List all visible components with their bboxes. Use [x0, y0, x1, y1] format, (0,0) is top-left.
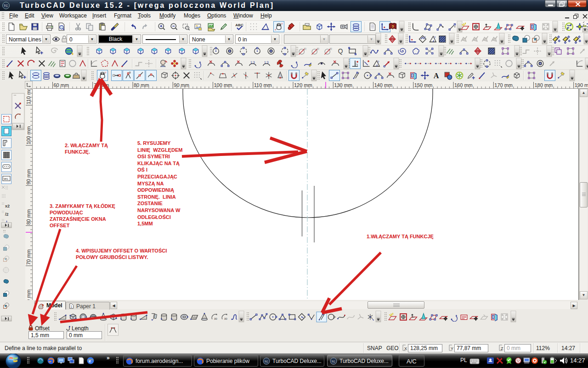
svg-text:150 mm: 150 mm — [414, 82, 433, 88]
svg-text:120 mm: 120 mm — [294, 82, 312, 88]
svg-text:60 mm: 60 mm — [54, 82, 69, 88]
svg-text:80 mm: 80 mm — [26, 209, 31, 225]
svg-text:X: X — [404, 346, 407, 351]
svg-text:190 mm: 190 mm — [575, 82, 588, 88]
svg-text:80 mm: 80 mm — [134, 82, 149, 88]
svg-text:TC: TC — [4, 4, 8, 7]
svg-text:70 mm: 70 mm — [94, 82, 109, 88]
svg-text:170 mm: 170 mm — [494, 82, 513, 88]
svg-text:70 mm: 70 mm — [26, 249, 31, 265]
svg-text:Y: Y — [451, 346, 453, 351]
svg-text:100 mm: 100 mm — [26, 126, 31, 144]
svg-text:/2: /2 — [5, 212, 9, 217]
svg-text:TC: TC — [332, 360, 336, 363]
svg-text:160 mm: 160 mm — [454, 82, 473, 88]
svg-text:180 mm: 180 mm — [535, 82, 553, 88]
svg-text:1: 1 — [70, 305, 72, 308]
svg-text:x2: x2 — [5, 204, 10, 208]
svg-text:110 mm: 110 mm — [26, 89, 31, 104]
svg-text:e: e — [89, 358, 91, 363]
svg-text:Z: Z — [501, 346, 503, 351]
svg-text:TC: TC — [265, 360, 269, 363]
svg-text:130 mm: 130 mm — [334, 82, 352, 88]
svg-text:100 mm: 100 mm — [214, 82, 232, 88]
svg-text:90 mm: 90 mm — [26, 169, 31, 185]
svg-text:140 mm: 140 mm — [374, 82, 393, 88]
svg-text:981: 981 — [4, 178, 9, 180]
svg-text:90 mm: 90 mm — [174, 82, 189, 88]
